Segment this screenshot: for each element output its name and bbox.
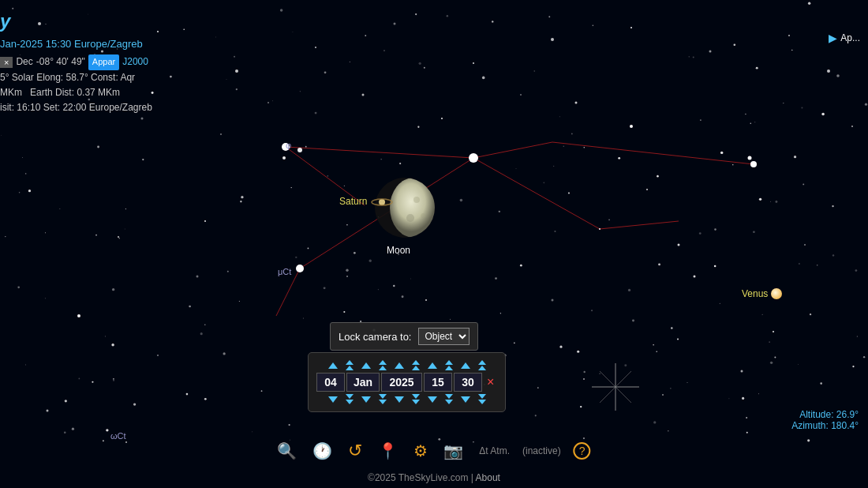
svg-point-91 [774,356,776,358]
year-down-single[interactable] [391,393,407,405]
lock-camera-select[interactable]: Object None Target [418,328,470,345]
azimuth-value: 180.4° [831,420,859,431]
minute-up-double[interactable] [475,359,489,371]
month-up-single[interactable] [358,359,374,371]
svg-point-244 [324,287,326,289]
j2000-label: J2000 [122,54,148,69]
hour-field[interactable]: 15 [424,373,452,392]
svg-point-63 [308,248,309,250]
clock-button[interactable]: 🕐 [309,438,335,464]
svg-point-45 [118,236,119,238]
saturn-label[interactable]: Saturn [339,196,394,208]
history-icon: ↺ [348,441,362,461]
hour-down-single[interactable] [425,393,440,405]
svg-point-43 [520,94,522,96]
svg-point-65 [291,187,292,188]
day-up-single[interactable] [325,359,341,371]
svg-point-139 [59,208,60,209]
minute-down-double[interactable] [475,393,489,405]
star-node [750,161,757,167]
svg-point-60 [548,16,550,17]
svg-point-107 [677,339,679,340]
svg-point-104 [450,319,451,320]
hour-up-double[interactable] [442,359,456,371]
omega-label: ωCt [110,431,126,441]
svg-point-240 [699,232,702,235]
svg-point-256 [653,344,653,345]
settings-icon: ⚙ [413,441,428,460]
settings-button[interactable]: ⚙ [410,438,431,464]
svg-point-56 [741,370,743,373]
location-button[interactable]: 📍 [375,438,401,464]
appar-badge[interactable]: Appar [88,54,119,70]
year-up-single[interactable] [391,359,407,371]
search-button[interactable]: 🔍 [274,438,300,464]
constellation-lines [276,142,754,316]
svg-point-97 [1,135,2,136]
day-field[interactable]: 04 [316,373,345,392]
svg-point-178 [577,351,579,353]
svg-point-80 [732,164,733,165]
svg-point-32 [157,355,159,356]
svg-point-159 [775,201,777,203]
svg-point-195 [293,32,294,32]
about-link[interactable]: About [476,472,500,483]
year-field[interactable]: 2025 [381,373,422,392]
svg-point-186 [668,430,668,431]
svg-point-163 [671,327,672,328]
earth-dist-row: MKm Earth Dist: 0.37 MKm [0,85,152,100]
hour-up-single[interactable] [425,359,440,371]
minute-field[interactable]: 30 [454,373,482,392]
day-down-double[interactable] [342,393,357,405]
month-up-double[interactable] [376,359,390,371]
day-up-double[interactable] [342,359,357,371]
svg-point-220 [97,146,99,148]
year-up-double[interactable] [409,359,423,371]
svg-point-197 [820,382,822,385]
day-down-single[interactable] [325,393,341,405]
year-down-double[interactable] [409,393,423,405]
bottom-toolbar: 🔍 🕐 ↺ 📍 ⚙ 📷 Δt Atm. (inactive) ? [274,437,593,464]
month-field[interactable]: Jan [346,373,380,392]
minute-down-single[interactable] [458,393,473,405]
location-icon: 📍 [378,441,398,460]
svg-point-243 [95,235,97,236]
alt-az-panel: Altitude: 26.9° Azimuth: 180.4° [791,409,859,431]
svg-point-166 [111,343,114,346]
svg-point-141 [656,351,657,352]
svg-point-232 [495,277,497,280]
svg-point-75 [520,265,522,267]
delta-t-label: Δt Atm. [476,442,513,460]
camera-button[interactable]: 📷 [440,438,466,464]
svg-point-184 [399,163,401,164]
svg-point-119 [543,182,544,183]
history-button[interactable]: ↺ [345,437,365,464]
svg-point-162 [537,387,539,389]
gplay-badge[interactable]: ▶ Ap... [829,32,860,44]
svg-point-34 [773,331,774,332]
svg-point-130 [45,298,46,298]
month-down-single[interactable] [358,393,374,405]
svg-point-135 [315,112,317,114]
minute-up-single[interactable] [458,359,473,371]
svg-point-189 [365,35,366,36]
inactive-label: (inactive) [522,445,561,456]
svg-point-131 [758,393,759,394]
svg-point-198 [344,186,345,186]
close-info-button[interactable]: × [0,57,13,68]
compass-indicator [592,363,639,411]
svg-point-21 [709,51,712,53]
svg-point-144 [745,114,746,115]
help-button[interactable]: ? [571,439,594,463]
svg-point-73 [133,403,136,405]
svg-point-185 [346,269,348,272]
svg-point-86 [559,117,560,118]
month-down-double[interactable] [376,393,390,405]
venus-label[interactable]: Venus [742,288,782,299]
hour-down-double[interactable] [442,393,456,405]
dt-close-button[interactable]: × [484,375,497,389]
svg-point-111 [863,356,865,358]
svg-point-19 [551,38,554,41]
svg-point-200 [303,317,304,318]
svg-point-105 [753,231,755,233]
